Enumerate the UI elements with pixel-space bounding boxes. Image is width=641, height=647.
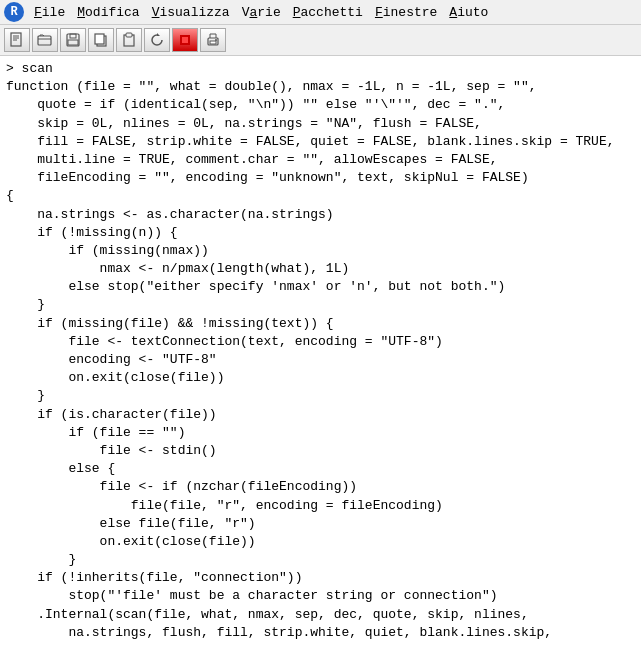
code-line-24: file(file, "r", encoding = fileEncoding) — [6, 497, 635, 515]
code-line-3: skip = 0L, nlines = 0L, na.strings = "NA… — [6, 115, 635, 133]
code-line-8: na.strings <- as.character(na.strings) — [6, 206, 635, 224]
code-line-5: multi.line = TRUE, comment.char = "", al… — [6, 151, 635, 169]
code-line-21: file <- stdin() — [6, 442, 635, 460]
menu-aiuto[interactable]: Aiuto — [443, 3, 494, 22]
code-line-31: na.strings, flush, fill, strip.white, qu… — [6, 624, 635, 641]
toolbar-refresh[interactable] — [144, 28, 170, 52]
r-logo: R — [4, 2, 24, 22]
code-line-15: file <- textConnection(text, encoding = … — [6, 333, 635, 351]
svg-rect-4 — [38, 36, 51, 45]
code-line-10: if (missing(nmax)) — [6, 242, 635, 260]
code-line-4: fill = FALSE, strip.white = FALSE, quiet… — [6, 133, 635, 151]
svg-point-17 — [215, 39, 217, 41]
toolbar-open[interactable] — [32, 28, 58, 52]
code-line-29: stop("'file' must be a character string … — [6, 587, 635, 605]
code-line-22: else { — [6, 460, 635, 478]
code-line-2: quote = if (identical(sep, "\n")) "" els… — [6, 96, 635, 114]
menu-visualizza[interactable]: Visualizza — [146, 3, 236, 22]
code-line-11: nmax <- n/pmax(length(what), 1L) — [6, 260, 635, 278]
toolbar-copy[interactable] — [88, 28, 114, 52]
menu-bar: R File Modifica Visualizza Varie Pacchet… — [0, 0, 641, 25]
toolbar-print[interactable] — [200, 28, 226, 52]
code-line-14: if (missing(file) && !missing(text)) { — [6, 315, 635, 333]
code-line-9: if (!missing(n)) { — [6, 224, 635, 242]
svg-rect-16 — [210, 41, 216, 44]
code-area: > scan function (file = "", what = doubl… — [0, 56, 641, 641]
code-line-28: if (!inherits(file, "connection")) — [6, 569, 635, 587]
toolbar — [0, 25, 641, 56]
code-line-6: fileEncoding = "", encoding = "unknown",… — [6, 169, 635, 187]
code-line-16: encoding <- "UTF-8" — [6, 351, 635, 369]
code-line-30: .Internal(scan(file, what, nmax, sep, de… — [6, 606, 635, 624]
toolbar-save[interactable] — [60, 28, 86, 52]
menu-pacchetti[interactable]: Pacchetti — [287, 3, 369, 22]
code-line-12: else stop("either specify 'nmax' or 'n',… — [6, 278, 635, 296]
toolbar-paste[interactable] — [116, 28, 142, 52]
code-line-1: function (file = "", what = double(), nm… — [6, 78, 635, 96]
code-line-18: } — [6, 387, 635, 405]
svg-rect-11 — [126, 33, 132, 37]
svg-rect-14 — [182, 37, 188, 43]
code-line-13: } — [6, 296, 635, 314]
code-line-27: } — [6, 551, 635, 569]
menu-file[interactable]: File — [28, 3, 71, 22]
code-line-20: if (file == "") — [6, 424, 635, 442]
svg-marker-12 — [157, 33, 160, 36]
code-line-26: on.exit(close(file)) — [6, 533, 635, 551]
code-line-7: { — [6, 187, 635, 205]
svg-rect-9 — [95, 34, 104, 44]
code-line-17: on.exit(close(file)) — [6, 369, 635, 387]
code-line-25: else file(file, "r") — [6, 515, 635, 533]
svg-rect-7 — [68, 40, 78, 45]
menu-varie[interactable]: Varie — [236, 3, 287, 22]
code-line-23: file <- if (nzchar(fileEncoding)) — [6, 478, 635, 496]
menu-finestre[interactable]: Finestre — [369, 3, 443, 22]
code-line-19: if (is.character(file)) — [6, 406, 635, 424]
prompt-line: > scan — [6, 60, 635, 78]
menu-modifica[interactable]: Modifica — [71, 3, 145, 22]
toolbar-new[interactable] — [4, 28, 30, 52]
toolbar-stop[interactable] — [172, 28, 198, 52]
